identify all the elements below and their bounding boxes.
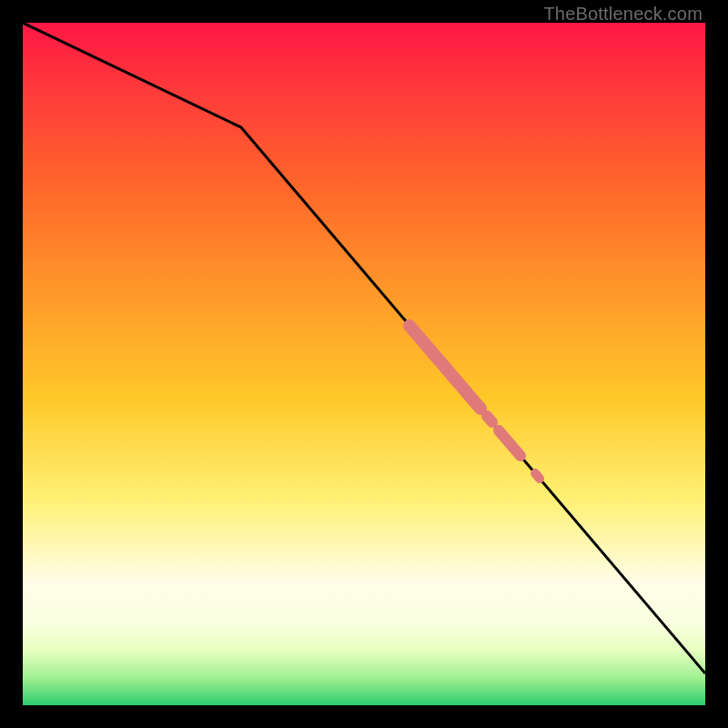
highlight-dot-1 — [487, 416, 492, 422]
watermark-text: TheBottleneck.com — [543, 4, 703, 25]
plot-area — [23, 23, 705, 705]
main-curve — [23, 23, 705, 673]
highlight-dot-2 — [535, 473, 540, 479]
highlight-seg-main — [410, 326, 480, 409]
highlight-seg-small — [499, 430, 521, 456]
chart-frame: TheBottleneck.com — [0, 0, 728, 728]
line-layer — [23, 23, 705, 705]
